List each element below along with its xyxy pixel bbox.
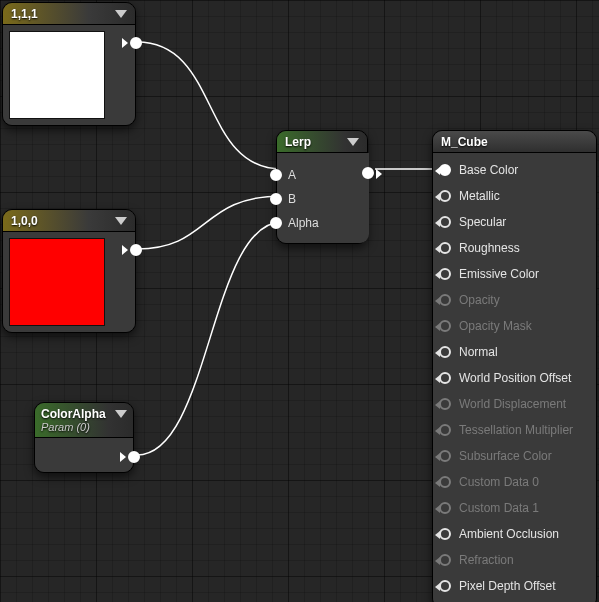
material-input-ambient-occlusion[interactable]: Ambient Occlusion: [437, 521, 590, 547]
input-pin-icon: [439, 424, 451, 436]
node-subtitle: Param (0): [41, 421, 127, 433]
input-pin-icon: [439, 398, 451, 410]
input-pin-icon[interactable]: [439, 528, 451, 540]
collapse-chevron-icon[interactable]: [115, 217, 127, 225]
output-pin[interactable]: [362, 167, 374, 179]
collapse-chevron-icon[interactable]: [115, 410, 127, 418]
node-title: 1,0,0: [11, 214, 38, 228]
pin-arrow-icon: [122, 38, 128, 48]
material-input-emissive-color[interactable]: Emissive Color: [437, 261, 590, 287]
material-input-subsurface-color: Subsurface Color: [437, 443, 590, 469]
material-input-world-position-offset[interactable]: World Position Offset: [437, 365, 590, 391]
input-pin-icon[interactable]: [439, 190, 451, 202]
pin-arrow-icon: [120, 452, 126, 462]
output-pin[interactable]: [128, 451, 140, 463]
input-pin-icon: [439, 320, 451, 332]
node-title: Lerp: [285, 135, 311, 149]
node-header[interactable]: 1,1,1: [3, 3, 135, 25]
material-input-custom-data-0: Custom Data 0: [437, 469, 590, 495]
pin-label: Metallic: [459, 189, 500, 203]
node-header[interactable]: ColorAlpha Param (0): [35, 403, 133, 438]
node-lerp[interactable]: Lerp A B Alpha: [276, 130, 368, 244]
color-swatch: [9, 31, 105, 119]
input-pin-icon: [439, 476, 451, 488]
input-pin-icon[interactable]: [439, 164, 451, 176]
pin-label: Subsurface Color: [459, 449, 552, 463]
node-constant-white[interactable]: 1,1,1: [2, 2, 136, 126]
pin-label: World Displacement: [459, 397, 566, 411]
input-pin-icon: [439, 554, 451, 566]
color-swatch: [9, 238, 105, 326]
material-input-world-displacement: World Displacement: [437, 391, 590, 417]
input-pin-icon[interactable]: [439, 268, 451, 280]
collapse-chevron-icon[interactable]: [347, 138, 359, 146]
pin-label: Custom Data 0: [459, 475, 539, 489]
input-pin-icon: [439, 502, 451, 514]
pin-label: Specular: [459, 215, 506, 229]
input-pin-icon[interactable]: [439, 580, 451, 592]
pin-label: Pixel Depth Offset: [459, 579, 556, 593]
material-input-tessellation-multiplier: Tessellation Multiplier: [437, 417, 590, 443]
material-input-custom-data-1: Custom Data 1: [437, 495, 590, 521]
node-title: ColorAlpha: [41, 407, 106, 421]
node-title: 1,1,1: [11, 7, 38, 21]
pin-label: World Position Offset: [459, 371, 571, 385]
node-header[interactable]: M_Cube: [433, 131, 596, 153]
pin-label: Opacity Mask: [459, 319, 532, 333]
pin-arrow-icon: [122, 245, 128, 255]
pin-label: Tessellation Multiplier: [459, 423, 573, 437]
input-pin-icon: [439, 450, 451, 462]
input-pin-icon: [439, 294, 451, 306]
pin-label: Roughness: [459, 241, 520, 255]
pin-label: Refraction: [459, 553, 514, 567]
node-header[interactable]: 1,0,0: [3, 210, 135, 232]
pin-label: Normal: [459, 345, 498, 359]
material-input-roughness[interactable]: Roughness: [437, 235, 590, 261]
pin-label: Emissive Color: [459, 267, 539, 281]
pin-arrow-icon: [376, 169, 382, 179]
node-constant-red[interactable]: 1,0,0: [2, 209, 136, 333]
material-input-base-color[interactable]: Base Color: [437, 157, 590, 183]
material-input-opacity: Opacity: [437, 287, 590, 313]
input-pin-icon[interactable]: [439, 346, 451, 358]
input-pin-icon[interactable]: [439, 242, 451, 254]
input-pin-alpha[interactable]: Alpha: [281, 211, 365, 235]
input-pin-a[interactable]: A: [281, 163, 365, 187]
node-material-output[interactable]: M_Cube Base ColorMetallicSpecularRoughne…: [432, 130, 597, 602]
material-input-pixel-depth-offset[interactable]: Pixel Depth Offset: [437, 573, 590, 599]
material-input-opacity-mask: Opacity Mask: [437, 313, 590, 339]
pin-label: Base Color: [459, 163, 518, 177]
node-title: M_Cube: [441, 135, 488, 149]
pin-label: Custom Data 1: [459, 501, 539, 515]
node-param-coloralpha[interactable]: ColorAlpha Param (0): [34, 402, 134, 473]
input-pin-icon[interactable]: [439, 216, 451, 228]
input-pin-b[interactable]: B: [281, 187, 365, 211]
pin-label: Ambient Occlusion: [459, 527, 559, 541]
material-input-normal[interactable]: Normal: [437, 339, 590, 365]
input-pin-icon[interactable]: [439, 372, 451, 384]
output-pin[interactable]: [130, 37, 142, 49]
pin-label: Opacity: [459, 293, 500, 307]
output-pin[interactable]: [130, 244, 142, 256]
material-input-specular[interactable]: Specular: [437, 209, 590, 235]
collapse-chevron-icon[interactable]: [115, 10, 127, 18]
material-input-refraction: Refraction: [437, 547, 590, 573]
material-input-metallic[interactable]: Metallic: [437, 183, 590, 209]
node-header[interactable]: Lerp: [277, 131, 367, 153]
